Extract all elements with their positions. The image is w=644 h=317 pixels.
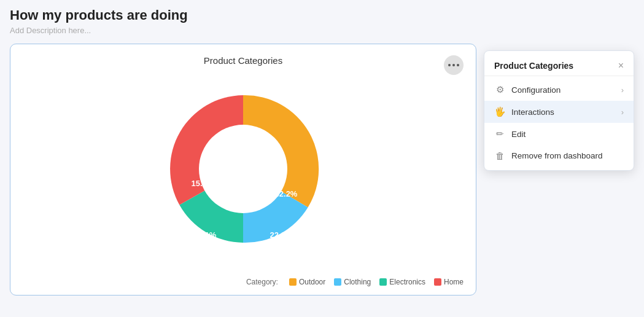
dropdown-item-interactions-left: 🖐 Interactions (494, 106, 554, 117)
menu-dot-1 (448, 64, 451, 66)
legend-color-clothing (334, 278, 341, 286)
dropdown-item-remove-label: Remove from dashboard (511, 151, 603, 160)
label-clothing: 22.0% (270, 230, 293, 240)
page-description: Add Description here... (10, 26, 634, 35)
legend-text-clothing: Clothing (344, 278, 371, 286)
dropdown-title: Product Categories (494, 61, 573, 71)
chart-area: 42.2% 22.0% 20.1% 15.8% (23, 71, 464, 267)
dropdown-item-configuration[interactable]: ⚙ Configuration › (484, 79, 634, 101)
dropdown-item-edit[interactable]: ✏ Edit (484, 123, 634, 145)
dropdown-item-remove-left: 🗑 Remove from dashboard (494, 151, 603, 161)
menu-dot-3 (457, 64, 459, 66)
dropdown-item-edit-label: Edit (511, 130, 526, 139)
dropdown-close-button[interactable]: × (618, 61, 624, 71)
interactions-icon: 🖐 (494, 106, 505, 117)
remove-icon: 🗑 (494, 151, 505, 161)
dropdown-item-interactions-label: Interactions (511, 108, 554, 117)
configuration-icon: ⚙ (494, 84, 505, 95)
label-electronics: 20.1% (194, 230, 217, 240)
dropdown-item-configuration-left: ⚙ Configuration (494, 84, 561, 95)
legend-prefix: Category: (246, 278, 278, 286)
donut-chart: 42.2% 22.0% 20.1% 15.8% (151, 77, 335, 261)
legend-color-outdoor (289, 278, 297, 286)
widget-container: Product Categories 42.2% 22.0% 20.1% 15.… (10, 44, 476, 295)
legend-item-clothing: Clothing (334, 278, 371, 286)
widget-menu-button[interactable] (444, 55, 464, 75)
legend-color-electronics (379, 278, 387, 286)
dropdown-header: Product Categories × (484, 55, 634, 76)
dropdown-item-edit-left: ✏ Edit (494, 128, 526, 139)
widget-header: Product Categories (23, 55, 464, 66)
legend-item-electronics: Electronics (379, 278, 425, 286)
context-dropdown: Product Categories × ⚙ Configuration › 🖐… (484, 50, 634, 171)
chart-legend: Category: Outdoor Clothing Electronics H… (246, 278, 464, 286)
label-home: 15.8% (192, 179, 214, 188)
dropdown-item-remove[interactable]: 🗑 Remove from dashboard (484, 145, 634, 166)
legend-text-home: Home (444, 278, 464, 286)
legend-text-outdoor: Outdoor (299, 278, 325, 286)
dropdown-item-configuration-label: Configuration (511, 85, 561, 95)
legend-text-electronics: Electronics (389, 278, 425, 286)
edit-icon: ✏ (494, 128, 505, 139)
interactions-chevron-icon: › (621, 108, 624, 117)
label-outdoor: 42.2% (275, 189, 298, 198)
legend-item-outdoor: Outdoor (289, 278, 325, 286)
legend-color-home (434, 278, 441, 286)
donut-hole (199, 125, 287, 213)
configuration-chevron-icon: › (621, 85, 624, 95)
page-title: How my products are doing (10, 7, 634, 23)
menu-dot-2 (452, 64, 455, 66)
widget-title: Product Categories (204, 55, 282, 66)
dropdown-item-interactions[interactable]: 🖐 Interactions › (484, 101, 634, 123)
legend-item-home: Home (434, 278, 464, 286)
